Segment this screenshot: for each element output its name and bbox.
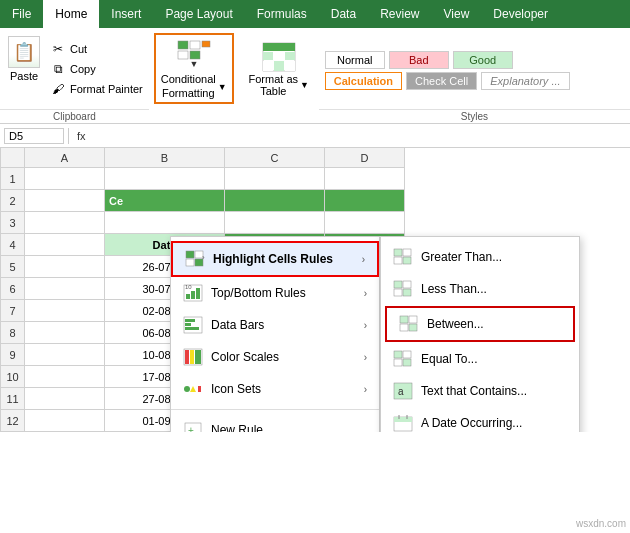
svg-text:10: 10: [185, 284, 192, 290]
menu-item-top-bottom[interactable]: 10 Top/Bottom Rules ›: [171, 277, 379, 309]
conditional-formatting-button[interactable]: ▼ ConditionalFormatting ▼: [154, 33, 234, 103]
cell-a4[interactable]: [25, 234, 105, 256]
paste-label: Paste: [10, 70, 38, 82]
col-header-c[interactable]: C: [225, 148, 325, 168]
row-num-5[interactable]: 5: [1, 256, 25, 278]
row-num-3[interactable]: 3: [1, 212, 25, 234]
cut-label: Cut: [70, 43, 87, 55]
cf-label: ConditionalFormatting: [161, 73, 216, 99]
submenu-item-less-than[interactable]: Less Than...: [381, 273, 579, 305]
menu-item-data-bars[interactable]: Data Bars ›: [171, 309, 379, 341]
style-bad[interactable]: Bad: [389, 51, 449, 69]
cell-d3[interactable]: [325, 212, 405, 234]
text-contains-icon: a: [393, 381, 413, 401]
svg-rect-45: [394, 257, 402, 264]
svg-rect-46: [403, 257, 411, 264]
tab-insert[interactable]: Insert: [99, 0, 153, 28]
tab-formulas[interactable]: Formulas: [245, 0, 319, 28]
svg-rect-57: [394, 359, 402, 366]
row-num-6[interactable]: 6: [1, 278, 25, 300]
svg-rect-56: [403, 351, 411, 358]
style-normal[interactable]: Normal: [325, 51, 385, 69]
menu-item-new-rule[interactable]: + New Rule...: [171, 414, 379, 432]
cell-a2[interactable]: [25, 190, 105, 212]
format-as-table-button[interactable]: Format asTable ▼: [247, 39, 311, 99]
svg-rect-52: [409, 316, 417, 323]
clipboard-group-label: Clipboard: [0, 109, 149, 123]
style-check-cell[interactable]: Check Cell: [406, 72, 477, 90]
col-header-d[interactable]: D: [325, 148, 405, 168]
cell-a11[interactable]: [25, 388, 105, 410]
row-num-1[interactable]: 1: [1, 168, 25, 190]
cell-a5[interactable]: [25, 256, 105, 278]
svg-rect-44: [403, 249, 411, 256]
submenu-item-greater-than[interactable]: Greater Than...: [381, 241, 579, 273]
paste-button[interactable]: 📋 Paste: [2, 32, 46, 105]
row-num-12[interactable]: 12: [1, 410, 25, 432]
fx-button[interactable]: fx: [73, 130, 90, 142]
cell-a1[interactable]: [25, 168, 105, 190]
cell-c2[interactable]: [225, 190, 325, 212]
cell-reference-input[interactable]: [4, 128, 64, 144]
cell-b1[interactable]: [105, 168, 225, 190]
submenu-item-date-occurring[interactable]: A Date Occurring...: [381, 407, 579, 432]
menu-label-icon-sets: Icon Sets: [211, 382, 261, 396]
row-num-8[interactable]: 8: [1, 322, 25, 344]
menu-item-color-scales[interactable]: Color Scales ›: [171, 341, 379, 373]
cell-a6[interactable]: [25, 278, 105, 300]
svg-point-32: [184, 386, 190, 392]
cell-c1[interactable]: [225, 168, 325, 190]
dropdown-menu-container: › Highlight Cells Rules › 10 T: [170, 236, 580, 432]
fat-label: Format asTable: [249, 73, 299, 97]
cell-a12[interactable]: [25, 410, 105, 432]
submenu-item-equal-to[interactable]: Equal To...: [381, 343, 579, 375]
copy-label: Copy: [70, 63, 96, 75]
cell-d1[interactable]: [325, 168, 405, 190]
menu-label-data-bars: Data Bars: [211, 318, 264, 332]
cut-icon: ✂: [50, 42, 66, 56]
tab-developer[interactable]: Developer: [481, 0, 560, 28]
row-num-9[interactable]: 9: [1, 344, 25, 366]
tab-data[interactable]: Data: [319, 0, 368, 28]
tab-file[interactable]: File: [0, 0, 43, 28]
menu-item-highlight-cells[interactable]: › Highlight Cells Rules ›: [171, 241, 379, 277]
copy-button[interactable]: ⧉ Copy: [46, 60, 147, 78]
col-header-a[interactable]: A: [25, 148, 105, 168]
cell-d2[interactable]: [325, 190, 405, 212]
svg-rect-25: [185, 319, 195, 322]
menu-item-icon-sets[interactable]: Icon Sets ›: [171, 373, 379, 405]
tab-view[interactable]: View: [432, 0, 482, 28]
cell-a9[interactable]: [25, 344, 105, 366]
cell-c3[interactable]: [225, 212, 325, 234]
row-num-11[interactable]: 11: [1, 388, 25, 410]
style-explanatory[interactable]: Explanatory ...: [481, 72, 569, 90]
svg-rect-51: [400, 316, 408, 323]
top-bottom-icon: 10: [183, 283, 203, 303]
style-good[interactable]: Good: [453, 51, 513, 69]
tab-review[interactable]: Review: [368, 0, 431, 28]
cell-a7[interactable]: [25, 300, 105, 322]
tab-page-layout[interactable]: Page Layout: [153, 0, 244, 28]
svg-rect-43: [394, 249, 402, 256]
submenu-label-less-than: Less Than...: [421, 282, 487, 296]
col-header-b[interactable]: B: [105, 148, 225, 168]
submenu-item-between[interactable]: Between...: [385, 306, 575, 342]
cell-a10[interactable]: [25, 366, 105, 388]
highlight-cells-submenu[interactable]: Greater Than... Less Than...: [380, 236, 580, 432]
row-num-7[interactable]: 7: [1, 300, 25, 322]
new-rule-icon: +: [183, 420, 203, 432]
cut-button[interactable]: ✂ Cut: [46, 40, 147, 58]
row-num-4[interactable]: 4: [1, 234, 25, 256]
format-painter-button[interactable]: 🖌 Format Painter: [46, 80, 147, 98]
cell-b3[interactable]: [105, 212, 225, 234]
cell-b2[interactable]: Ce: [105, 190, 225, 212]
svg-rect-8: [263, 52, 273, 60]
submenu-item-text-contains[interactable]: a Text that Contains...: [381, 375, 579, 407]
cell-a8[interactable]: [25, 322, 105, 344]
style-calculation[interactable]: Calculation: [325, 72, 402, 90]
cell-a3[interactable]: [25, 212, 105, 234]
conditional-formatting-menu[interactable]: › Highlight Cells Rules › 10 T: [170, 236, 380, 432]
row-num-10[interactable]: 10: [1, 366, 25, 388]
row-num-2[interactable]: 2: [1, 190, 25, 212]
tab-home[interactable]: Home: [43, 0, 99, 28]
